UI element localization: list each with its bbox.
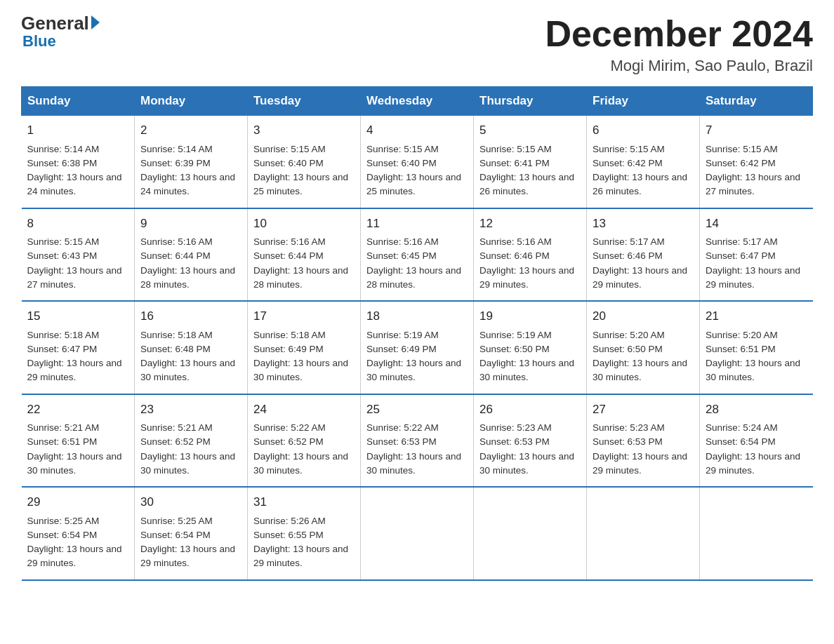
day-number: 10 (253, 215, 355, 233)
calendar-cell: 8Sunrise: 5:15 AMSunset: 6:43 PMDaylight… (22, 208, 135, 302)
calendar-cell (700, 487, 813, 580)
day-number: 28 (706, 401, 807, 419)
logo: General Blue (21, 14, 100, 51)
calendar-cell: 28Sunrise: 5:24 AMSunset: 6:54 PMDayligh… (700, 394, 813, 488)
calendar-cell: 5Sunrise: 5:15 AMSunset: 6:41 PMDaylight… (474, 116, 587, 208)
day-number: 4 (366, 121, 468, 140)
calendar-cell: 29Sunrise: 5:25 AMSunset: 6:54 PMDayligh… (22, 487, 135, 580)
day-number: 11 (366, 215, 468, 233)
logo-general-text: General (21, 14, 89, 32)
calendar-cell (361, 487, 474, 580)
day-number: 12 (479, 215, 581, 233)
calendar-cell: 30Sunrise: 5:25 AMSunset: 6:54 PMDayligh… (135, 487, 248, 580)
calendar-week-row: 15Sunrise: 5:18 AMSunset: 6:47 PMDayligh… (22, 301, 813, 394)
calendar-cell: 16Sunrise: 5:18 AMSunset: 6:48 PMDayligh… (135, 301, 248, 394)
day-number: 20 (593, 307, 694, 326)
day-number: 1 (27, 121, 129, 140)
col-header-saturday: Saturday (700, 87, 813, 116)
day-info: Sunrise: 5:17 AMSunset: 6:46 PMDaylight:… (593, 236, 687, 290)
day-info: Sunrise: 5:25 AMSunset: 6:54 PMDaylight:… (140, 516, 235, 569)
day-info: Sunrise: 5:15 AMSunset: 6:42 PMDaylight:… (593, 144, 687, 197)
calendar-table: SundayMondayTuesdayWednesdayThursdayFrid… (21, 86, 813, 581)
calendar-subtitle: Mogi Mirim, Sao Paulo, Brazil (545, 57, 813, 75)
day-number: 8 (27, 215, 129, 233)
day-info: Sunrise: 5:15 AMSunset: 6:43 PMDaylight:… (27, 236, 122, 290)
calendar-cell: 31Sunrise: 5:26 AMSunset: 6:55 PMDayligh… (248, 487, 361, 580)
day-number: 31 (253, 493, 355, 511)
calendar-cell (587, 487, 700, 580)
day-info: Sunrise: 5:20 AMSunset: 6:50 PMDaylight:… (593, 330, 687, 383)
day-info: Sunrise: 5:15 AMSunset: 6:40 PMDaylight:… (253, 144, 348, 197)
day-info: Sunrise: 5:15 AMSunset: 6:42 PMDaylight:… (706, 144, 800, 197)
calendar-cell: 11Sunrise: 5:16 AMSunset: 6:45 PMDayligh… (361, 208, 474, 302)
calendar-cell: 12Sunrise: 5:16 AMSunset: 6:46 PMDayligh… (474, 208, 587, 302)
logo-triangle-icon (91, 15, 100, 29)
calendar-cell: 1Sunrise: 5:14 AMSunset: 6:38 PMDaylight… (22, 116, 135, 208)
day-number: 29 (27, 493, 129, 511)
day-info: Sunrise: 5:16 AMSunset: 6:46 PMDaylight:… (479, 236, 574, 290)
calendar-week-row: 8Sunrise: 5:15 AMSunset: 6:43 PMDaylight… (22, 208, 813, 302)
day-info: Sunrise: 5:22 AMSunset: 6:52 PMDaylight:… (253, 422, 348, 476)
day-number: 13 (593, 215, 694, 233)
col-header-thursday: Thursday (474, 87, 587, 116)
col-header-sunday: Sunday (22, 87, 135, 116)
col-header-monday: Monday (135, 87, 248, 116)
calendar-cell: 6Sunrise: 5:15 AMSunset: 6:42 PMDaylight… (587, 116, 700, 208)
calendar-cell: 27Sunrise: 5:23 AMSunset: 6:53 PMDayligh… (587, 394, 700, 488)
day-info: Sunrise: 5:20 AMSunset: 6:51 PMDaylight:… (706, 330, 800, 383)
calendar-cell: 4Sunrise: 5:15 AMSunset: 6:40 PMDaylight… (361, 116, 474, 208)
day-info: Sunrise: 5:21 AMSunset: 6:52 PMDaylight:… (140, 422, 235, 476)
day-info: Sunrise: 5:21 AMSunset: 6:51 PMDaylight:… (27, 422, 122, 476)
day-info: Sunrise: 5:14 AMSunset: 6:39 PMDaylight:… (140, 144, 235, 197)
day-info: Sunrise: 5:15 AMSunset: 6:40 PMDaylight:… (366, 144, 461, 197)
day-number: 6 (593, 121, 694, 140)
calendar-cell: 3Sunrise: 5:15 AMSunset: 6:40 PMDaylight… (248, 116, 361, 208)
day-info: Sunrise: 5:16 AMSunset: 6:44 PMDaylight:… (140, 236, 235, 290)
calendar-cell: 25Sunrise: 5:22 AMSunset: 6:53 PMDayligh… (361, 394, 474, 488)
calendar-week-row: 29Sunrise: 5:25 AMSunset: 6:54 PMDayligh… (22, 487, 813, 580)
calendar-week-row: 1Sunrise: 5:14 AMSunset: 6:38 PMDaylight… (22, 116, 813, 208)
calendar-cell (474, 487, 587, 580)
day-number: 15 (27, 307, 129, 326)
col-header-friday: Friday (587, 87, 700, 116)
day-info: Sunrise: 5:16 AMSunset: 6:45 PMDaylight:… (366, 236, 461, 290)
title-block: December 2024 Mogi Mirim, Sao Paulo, Bra… (545, 14, 813, 75)
day-number: 27 (593, 401, 694, 419)
day-number: 17 (253, 307, 355, 326)
day-info: Sunrise: 5:15 AMSunset: 6:41 PMDaylight:… (479, 144, 574, 197)
calendar-cell: 21Sunrise: 5:20 AMSunset: 6:51 PMDayligh… (700, 301, 813, 394)
day-number: 25 (366, 401, 468, 419)
day-number: 5 (479, 121, 581, 140)
day-info: Sunrise: 5:18 AMSunset: 6:47 PMDaylight:… (27, 330, 122, 383)
logo-blue-text: Blue (22, 32, 56, 51)
day-number: 14 (706, 215, 807, 233)
day-number: 18 (366, 307, 468, 326)
calendar-cell: 2Sunrise: 5:14 AMSunset: 6:39 PMDaylight… (135, 116, 248, 208)
day-info: Sunrise: 5:17 AMSunset: 6:47 PMDaylight:… (706, 236, 800, 290)
calendar-cell: 14Sunrise: 5:17 AMSunset: 6:47 PMDayligh… (700, 208, 813, 302)
day-number: 19 (479, 307, 581, 326)
day-number: 9 (140, 215, 241, 233)
day-info: Sunrise: 5:24 AMSunset: 6:54 PMDaylight:… (706, 422, 800, 476)
calendar-cell: 15Sunrise: 5:18 AMSunset: 6:47 PMDayligh… (22, 301, 135, 394)
day-info: Sunrise: 5:19 AMSunset: 6:50 PMDaylight:… (479, 330, 574, 383)
day-number: 30 (140, 493, 241, 511)
calendar-header-row: SundayMondayTuesdayWednesdayThursdayFrid… (22, 87, 813, 116)
calendar-cell: 23Sunrise: 5:21 AMSunset: 6:52 PMDayligh… (135, 394, 248, 488)
day-number: 7 (706, 121, 807, 140)
day-info: Sunrise: 5:23 AMSunset: 6:53 PMDaylight:… (593, 422, 687, 476)
day-info: Sunrise: 5:22 AMSunset: 6:53 PMDaylight:… (366, 422, 461, 476)
day-info: Sunrise: 5:26 AMSunset: 6:55 PMDaylight:… (253, 516, 348, 569)
day-info: Sunrise: 5:16 AMSunset: 6:44 PMDaylight:… (253, 236, 348, 290)
calendar-cell: 7Sunrise: 5:15 AMSunset: 6:42 PMDaylight… (700, 116, 813, 208)
day-number: 23 (140, 401, 241, 419)
day-info: Sunrise: 5:25 AMSunset: 6:54 PMDaylight:… (27, 516, 122, 569)
day-info: Sunrise: 5:18 AMSunset: 6:48 PMDaylight:… (140, 330, 235, 383)
day-number: 21 (706, 307, 807, 326)
calendar-cell: 24Sunrise: 5:22 AMSunset: 6:52 PMDayligh… (248, 394, 361, 488)
calendar-cell: 26Sunrise: 5:23 AMSunset: 6:53 PMDayligh… (474, 394, 587, 488)
day-number: 16 (140, 307, 241, 326)
col-header-tuesday: Tuesday (248, 87, 361, 116)
calendar-cell: 20Sunrise: 5:20 AMSunset: 6:50 PMDayligh… (587, 301, 700, 394)
day-number: 22 (27, 401, 129, 419)
